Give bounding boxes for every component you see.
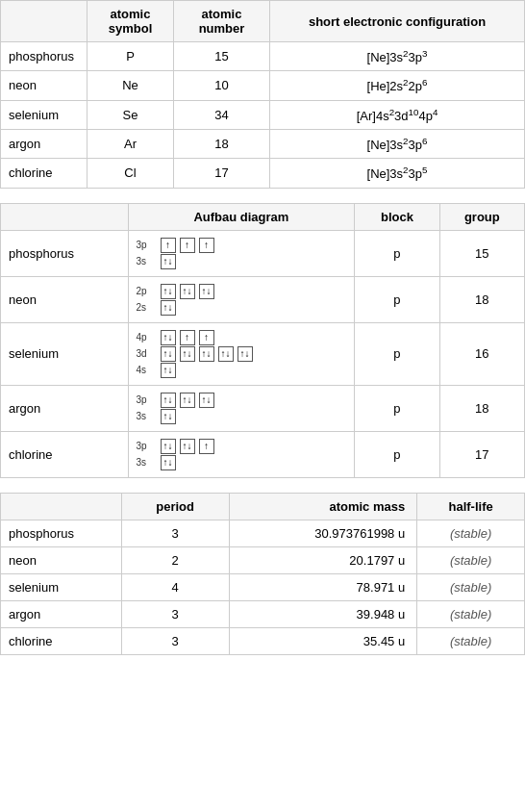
aufbau-diagram: 3p ↑↓↑↓↑↓ 3s ↑↓ bbox=[128, 385, 355, 431]
element-name: chlorine bbox=[1, 159, 88, 188]
electron-config: [Ar]4s23d104p4 bbox=[270, 100, 525, 129]
col-header-aufbau: Aufbau diagram bbox=[128, 203, 355, 230]
table-row: chlorine 3 35.45 u (stable) bbox=[1, 627, 525, 654]
aufbau-diagram: 3p ↑↓↑↓↑ 3s ↑↓ bbox=[128, 431, 355, 477]
col-header-group: group bbox=[439, 203, 524, 230]
table-row: phosphorus P 15 [Ne]3s23p3 bbox=[1, 42, 525, 71]
atomic-symbol: Ne bbox=[88, 71, 174, 100]
col-header-name bbox=[1, 203, 129, 230]
element-name: chlorine bbox=[1, 627, 122, 654]
atomic-number: 18 bbox=[174, 129, 270, 158]
block: p bbox=[355, 385, 439, 431]
table-row: neon Ne 10 [He]2s22p6 bbox=[1, 71, 525, 100]
atomic-mass: 39.948 u bbox=[229, 600, 417, 627]
aufbau-diagram: 3p ↑↑↑ 3s ↑↓ bbox=[128, 230, 355, 276]
aufbau-diagram: 2p ↑↓↑↓↑↓ 2s ↑↓ bbox=[128, 276, 355, 322]
element-name: phosphorus bbox=[1, 520, 122, 546]
electron-config: [He]2s22p6 bbox=[270, 71, 525, 100]
aufbau-diagram: 4p ↑↓↑↑ 3d ↑↓↑↓↑↓↑↓↑↓ 4s ↑↓ bbox=[128, 322, 355, 385]
col-header-name bbox=[1, 1, 88, 42]
element-name: neon bbox=[1, 546, 122, 573]
period: 3 bbox=[121, 627, 229, 654]
col-header-mass: atomic mass bbox=[229, 493, 417, 520]
group: 18 bbox=[439, 276, 524, 322]
atomic-symbol: P bbox=[88, 42, 174, 71]
group: 17 bbox=[439, 431, 524, 477]
element-name: selenium bbox=[1, 322, 129, 385]
electron-config: [Ne]3s23p5 bbox=[270, 159, 525, 188]
element-name: argon bbox=[1, 129, 88, 158]
block: p bbox=[355, 431, 439, 477]
period: 3 bbox=[121, 520, 229, 546]
table-row: argon 3p ↑↓↑↓↑↓ 3s ↑↓ p 18 bbox=[1, 385, 525, 431]
atomic-mass: 20.1797 u bbox=[229, 546, 417, 573]
atomic-mass: 78.971 u bbox=[229, 573, 417, 600]
element-name: neon bbox=[1, 276, 129, 322]
block: p bbox=[355, 276, 439, 322]
table-row: selenium 4p ↑↓↑↑ 3d ↑↓↑↓↑↓↑↓↑↓ 4s ↑↓ bbox=[1, 322, 525, 385]
group: 16 bbox=[439, 322, 524, 385]
element-name: selenium bbox=[1, 100, 88, 129]
group: 18 bbox=[439, 385, 524, 431]
element-name: chlorine bbox=[1, 431, 129, 477]
col-header-name bbox=[1, 493, 122, 520]
half-life: (stable) bbox=[417, 627, 525, 654]
electron-config: [Ne]3s23p6 bbox=[270, 129, 525, 158]
atomic-mass: 30.973761998 u bbox=[229, 520, 417, 546]
element-name: argon bbox=[1, 385, 129, 431]
aufbau-table: Aufbau diagram block group phosphorus 3p… bbox=[0, 203, 525, 478]
block: p bbox=[355, 322, 439, 385]
half-life: (stable) bbox=[417, 600, 525, 627]
atomic-mass: 35.45 u bbox=[229, 627, 417, 654]
period-mass-table: period atomic mass half-life phosphorus … bbox=[0, 493, 525, 655]
table-row: chlorine Cl 17 [Ne]3s23p5 bbox=[1, 159, 525, 188]
table-row: neon 2 20.1797 u (stable) bbox=[1, 546, 525, 573]
element-name: neon bbox=[1, 71, 88, 100]
table-row: phosphorus 3p ↑↑↑ 3s ↑↓ p 15 bbox=[1, 230, 525, 276]
col-header-period: period bbox=[121, 493, 229, 520]
col-header-config: short electronic configuration bbox=[270, 1, 525, 42]
table-row: argon 3 39.948 u (stable) bbox=[1, 600, 525, 627]
col-header-halflife: half-life bbox=[417, 493, 525, 520]
atomic-symbol: Se bbox=[88, 100, 174, 129]
period: 4 bbox=[121, 573, 229, 600]
col-header-symbol: atomic symbol bbox=[88, 1, 174, 42]
element-name: phosphorus bbox=[1, 230, 129, 276]
period: 2 bbox=[121, 546, 229, 573]
group: 15 bbox=[439, 230, 524, 276]
electron-config: [Ne]3s23p3 bbox=[270, 42, 525, 71]
element-name: phosphorus bbox=[1, 42, 88, 71]
half-life: (stable) bbox=[417, 573, 525, 600]
col-header-block: block bbox=[355, 203, 439, 230]
half-life: (stable) bbox=[417, 546, 525, 573]
element-name: argon bbox=[1, 600, 122, 627]
table-row: argon Ar 18 [Ne]3s23p6 bbox=[1, 129, 525, 158]
table-row: selenium Se 34 [Ar]4s23d104p4 bbox=[1, 100, 525, 129]
col-header-number: atomic number bbox=[174, 1, 270, 42]
atomic-number: 17 bbox=[174, 159, 270, 188]
atomic-number: 10 bbox=[174, 71, 270, 100]
period: 3 bbox=[121, 600, 229, 627]
table-row: neon 2p ↑↓↑↓↑↓ 2s ↑↓ p 18 bbox=[1, 276, 525, 322]
half-life: (stable) bbox=[417, 520, 525, 546]
block: p bbox=[355, 230, 439, 276]
table-row: phosphorus 3 30.973761998 u (stable) bbox=[1, 520, 525, 546]
atomic-symbol: Cl bbox=[88, 159, 174, 188]
table-row: selenium 4 78.971 u (stable) bbox=[1, 573, 525, 600]
atomic-number: 15 bbox=[174, 42, 270, 71]
table-row: chlorine 3p ↑↓↑↓↑ 3s ↑↓ p 17 bbox=[1, 431, 525, 477]
atomic-number: 34 bbox=[174, 100, 270, 129]
element-name: selenium bbox=[1, 573, 122, 600]
atomic-symbol: Ar bbox=[88, 129, 174, 158]
electronic-config-table: atomic symbol atomic number short electr… bbox=[0, 0, 525, 189]
